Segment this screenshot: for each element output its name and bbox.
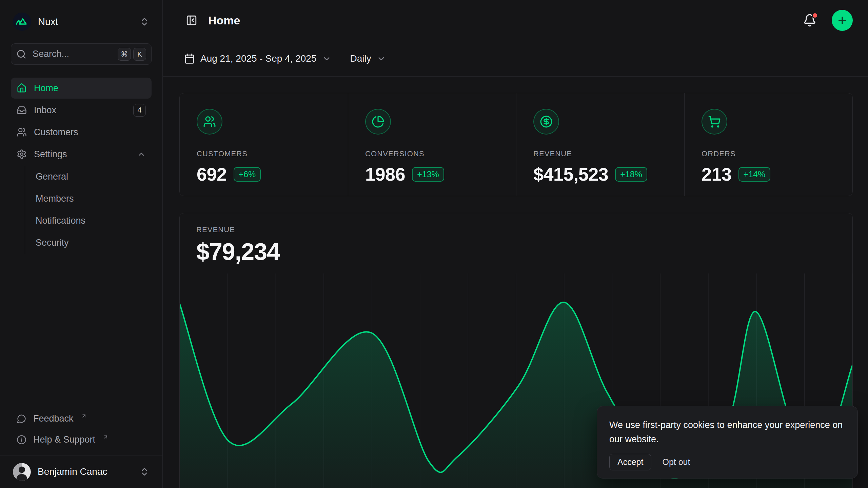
- kbd-cmd: ⌘: [118, 48, 131, 61]
- cookie-actions: Accept Opt out: [609, 454, 845, 470]
- page-title: Home: [208, 14, 240, 27]
- chevron-down-icon: [322, 54, 331, 63]
- sidebar: Nuxt Search... ⌘ K Home: [0, 0, 163, 488]
- collapse-sidebar-button[interactable]: [184, 13, 199, 28]
- inbox-icon: [17, 105, 27, 115]
- sidebar-footer: Feedback Help & Support: [11, 409, 152, 451]
- stat-label: CUSTOMERS: [197, 149, 341, 158]
- revenue-chart-header: REVENUE $79,234: [180, 213, 852, 265]
- page-header: Home: [163, 0, 868, 41]
- nuxt-logo-icon: [13, 13, 31, 31]
- stat-card-conversions[interactable]: CONVERSIONS 1986 +13%: [348, 93, 516, 196]
- revenue-chart-value: $79,234: [196, 238, 852, 265]
- users-icon: [17, 127, 27, 137]
- users-icon: [203, 115, 216, 128]
- sidebar-nav: Home Inbox 4 Customers: [11, 78, 152, 254]
- user-menu[interactable]: Benjamin Canac: [11, 455, 152, 488]
- cookie-banner: We use first-party cookies to enhance yo…: [597, 406, 858, 479]
- search-placeholder: Search...: [33, 49, 112, 59]
- stat-value: 213: [702, 164, 732, 185]
- stat-delta-badge: +13%: [412, 167, 444, 182]
- interval-select[interactable]: Daily: [350, 53, 386, 64]
- filters-toolbar: Aug 21, 2025 - Sep 4, 2025 Daily: [163, 41, 868, 77]
- help-support-link[interactable]: Help & Support: [11, 430, 152, 449]
- sidebar-item-label: Inbox: [34, 105, 56, 116]
- stat-card-orders[interactable]: ORDERS 213 +14%: [684, 93, 852, 196]
- info-icon: [17, 435, 26, 445]
- search-icon: [16, 49, 26, 59]
- feedback-link[interactable]: Feedback: [11, 409, 152, 428]
- stat-value: $415,523: [533, 164, 608, 185]
- circle-dollar-icon: [540, 115, 553, 128]
- gear-icon: [17, 149, 27, 159]
- sub-item-label: Notifications: [36, 216, 85, 226]
- chart-pie-icon: [372, 115, 384, 128]
- sidebar-item-notifications[interactable]: Notifications: [36, 210, 152, 232]
- chevron-up-icon: [137, 150, 146, 159]
- stat-delta-badge: +14%: [738, 167, 771, 182]
- sidebar-item-label: Settings: [34, 149, 67, 160]
- settings-sub-nav: General Members Notifications Security: [25, 166, 152, 254]
- revenue-chart-label: REVENUE: [196, 225, 852, 234]
- optout-cookies-button[interactable]: Opt out: [656, 454, 696, 470]
- arrow-up-right-icon: [81, 413, 87, 419]
- sidebar-item-security[interactable]: Security: [36, 232, 152, 254]
- sidebar-item-label: Home: [34, 83, 58, 94]
- message-circle-icon: [17, 414, 26, 424]
- stat-label: ORDERS: [702, 149, 846, 158]
- stat-icon-badge: [197, 109, 222, 135]
- chevrons-up-down-icon: [139, 17, 150, 27]
- footer-link-label: Feedback: [33, 413, 74, 424]
- calendar-icon: [184, 53, 195, 64]
- date-range-picker[interactable]: Aug 21, 2025 - Sep 4, 2025: [184, 53, 331, 64]
- kbd-k: K: [133, 48, 146, 61]
- search-input[interactable]: Search... ⌘ K: [11, 43, 152, 65]
- inbox-count-badge: 4: [133, 104, 146, 117]
- search-shortcut: ⌘ K: [118, 48, 146, 61]
- sidebar-item-members[interactable]: Members: [36, 188, 152, 210]
- workspace-switcher[interactable]: Nuxt: [11, 0, 152, 43]
- user-name: Benjamin Canac: [38, 466, 107, 477]
- stat-icon-badge: [533, 109, 559, 135]
- stat-label: REVENUE: [533, 149, 677, 158]
- stats-row: CUSTOMERS 692 +6% CONVERSIONS: [179, 93, 853, 196]
- date-range-value: Aug 21, 2025 - Sep 4, 2025: [200, 53, 317, 64]
- sidebar-item-label: Customers: [34, 127, 78, 138]
- sub-item-label: General: [36, 171, 68, 182]
- chevrons-up-down-icon: [139, 467, 150, 477]
- stat-icon-badge: [365, 109, 391, 135]
- add-button[interactable]: [832, 10, 853, 31]
- footer-link-label: Help & Support: [33, 434, 95, 445]
- stat-icon-badge: [702, 109, 727, 135]
- sidebar-item-home[interactable]: Home: [11, 78, 152, 99]
- house-icon: [17, 83, 27, 93]
- sidebar-item-general[interactable]: General: [36, 166, 152, 188]
- avatar: [13, 463, 31, 481]
- accept-cookies-button[interactable]: Accept: [609, 454, 651, 470]
- stat-card-revenue[interactable]: REVENUE $415,523 +18%: [516, 93, 684, 196]
- plus-icon: [837, 15, 848, 26]
- chevron-down-icon: [377, 54, 386, 63]
- panel-left-close-icon: [186, 15, 197, 26]
- sub-item-label: Security: [36, 238, 69, 248]
- stat-delta-badge: +18%: [615, 167, 647, 182]
- stat-delta-badge: +6%: [234, 167, 261, 182]
- cookie-message: We use first-party cookies to enhance yo…: [609, 418, 845, 446]
- notifications-button[interactable]: [802, 13, 817, 28]
- sub-item-label: Members: [36, 194, 74, 204]
- arrow-up-right-icon: [103, 434, 108, 440]
- stat-value: 1986: [365, 164, 405, 185]
- unread-notification-dot: [812, 12, 818, 19]
- sidebar-item-customers[interactable]: Customers: [11, 122, 152, 143]
- interval-value: Daily: [350, 53, 371, 64]
- app-window: Nuxt Search... ⌘ K Home: [0, 0, 868, 488]
- sidebar-item-inbox[interactable]: Inbox 4: [11, 100, 152, 121]
- stat-label: CONVERSIONS: [365, 149, 509, 158]
- stat-value: 692: [197, 164, 227, 185]
- stat-card-customers[interactable]: CUSTOMERS 692 +6%: [180, 93, 348, 196]
- shopping-cart-icon: [708, 115, 721, 128]
- sidebar-item-settings[interactable]: Settings: [11, 144, 152, 165]
- header-actions: [802, 10, 853, 31]
- workspace-name: Nuxt: [38, 16, 58, 27]
